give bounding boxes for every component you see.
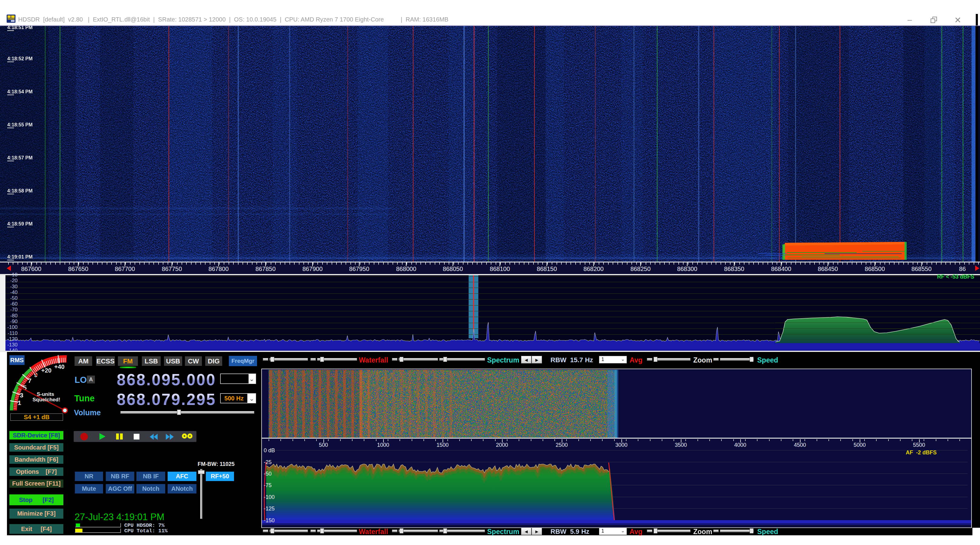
svg-text:1000: 1000 <box>377 442 389 448</box>
svg-text:-90: -90 <box>10 319 18 324</box>
svg-text:1: 1 <box>18 399 21 406</box>
svg-text:868500: 868500 <box>865 265 885 272</box>
svg-text:-10: -10 <box>10 272 18 278</box>
svg-text:4:19:01 PM: 4:19:01 PM <box>7 254 33 259</box>
svg-text:4:18:59 PM: 4:18:59 PM <box>7 221 33 226</box>
svg-text:4:18:57 PM: 4:18:57 PM <box>7 155 33 160</box>
svg-text:7: 7 <box>28 377 32 384</box>
svg-text:S-units: S-units <box>37 391 54 397</box>
svg-text:-100: -100 <box>7 324 18 330</box>
svg-text:868250: 868250 <box>630 265 651 272</box>
svg-text:-70: -70 <box>10 307 18 313</box>
svg-text:-120: -120 <box>7 336 18 342</box>
svg-text:-150: -150 <box>264 517 275 523</box>
svg-text:1500: 1500 <box>436 442 449 448</box>
svg-text:867700: 867700 <box>115 265 135 272</box>
svg-text:4000: 4000 <box>734 442 746 448</box>
svg-text:867600: 867600 <box>21 265 41 272</box>
svg-text:5500: 5500 <box>913 442 925 448</box>
svg-text:868450: 868450 <box>818 265 838 272</box>
svg-text:868050: 868050 <box>443 265 463 272</box>
svg-text:4:18:54 PM: 4:18:54 PM <box>7 89 33 94</box>
svg-text:868150: 868150 <box>537 265 557 272</box>
svg-text:3000: 3000 <box>615 442 627 448</box>
svg-text:5000: 5000 <box>854 442 866 448</box>
svg-text:-75: -75 <box>264 482 272 488</box>
svg-text:867800: 867800 <box>208 265 229 272</box>
svg-text:500: 500 <box>319 442 328 448</box>
svg-text:868100: 868100 <box>490 265 510 272</box>
svg-text:-60: -60 <box>10 301 18 307</box>
svg-text:86: 86 <box>959 265 966 272</box>
svg-text:AF -2 dBFS: AF -2 dBFS <box>906 450 937 456</box>
svg-text:867650: 867650 <box>68 265 89 272</box>
svg-text:4:18:51 PM: 4:18:51 PM <box>7 25 33 30</box>
svg-text:-40: -40 <box>10 289 18 295</box>
svg-text:-140: -140 <box>7 348 18 352</box>
svg-text:868550: 868550 <box>912 265 932 272</box>
svg-text:4:18:58 PM: 4:18:58 PM <box>7 188 33 193</box>
svg-text:4500: 4500 <box>794 442 806 448</box>
svg-text:Squelched!: Squelched! <box>32 397 60 402</box>
svg-text:-130: -130 <box>7 342 18 348</box>
svg-text:867950: 867950 <box>349 265 369 272</box>
svg-text:-50: -50 <box>10 295 18 301</box>
svg-text:-50: -50 <box>264 471 272 477</box>
svg-text:-110: -110 <box>8 330 18 336</box>
svg-text:867750: 867750 <box>162 265 182 272</box>
svg-text:3: 3 <box>20 392 23 399</box>
svg-text:+20: +20 <box>41 367 51 374</box>
svg-text:868350: 868350 <box>724 265 745 272</box>
svg-text:-80: -80 <box>10 313 18 319</box>
svg-text:+40: +40 <box>54 364 65 370</box>
svg-text:868400: 868400 <box>771 265 791 272</box>
svg-text:868200: 868200 <box>584 265 604 272</box>
svg-text:2000: 2000 <box>496 442 508 448</box>
svg-text:868000: 868000 <box>396 265 417 272</box>
svg-text:RF < -53 dBFS: RF < -53 dBFS <box>937 274 974 280</box>
svg-text:-25: -25 <box>264 459 272 465</box>
svg-text:2500: 2500 <box>556 442 568 448</box>
svg-text:-125: -125 <box>264 505 275 512</box>
svg-text:4:18:55 PM: 4:18:55 PM <box>7 122 33 127</box>
svg-text:-100: -100 <box>264 494 275 500</box>
svg-text:867850: 867850 <box>256 265 276 272</box>
svg-text:-20: -20 <box>10 278 18 283</box>
svg-text:-30: -30 <box>10 284 18 289</box>
svg-text:3500: 3500 <box>675 442 687 448</box>
svg-text:868300: 868300 <box>677 265 697 272</box>
svg-text:0 dB: 0 dB <box>264 447 275 453</box>
svg-text:867900: 867900 <box>302 265 323 272</box>
svg-text:4:18:52 PM: 4:18:52 PM <box>7 56 33 61</box>
